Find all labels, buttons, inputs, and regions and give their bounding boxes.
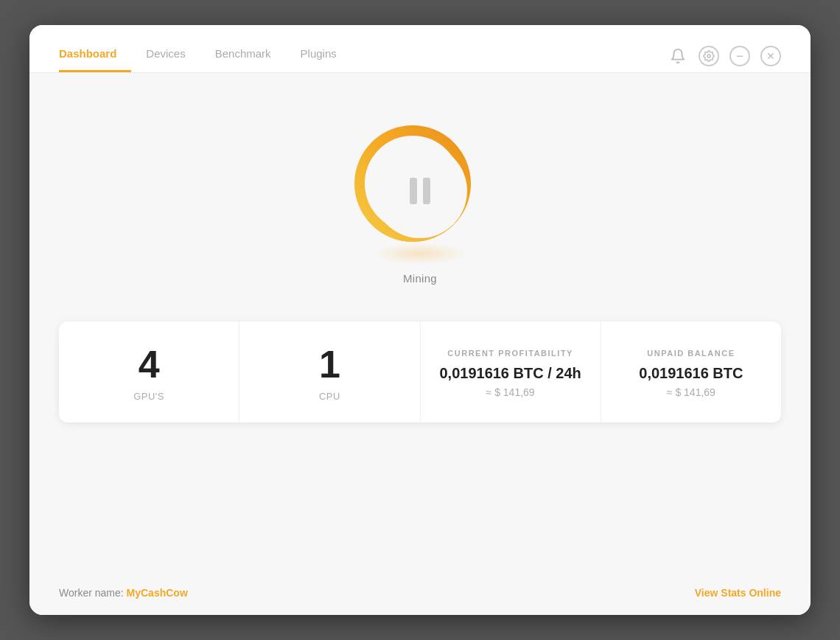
minimize-icon[interactable]: − xyxy=(729,46,750,66)
balance-btc-value: 0,0191616 BTC xyxy=(639,365,743,382)
tab-benchmark[interactable]: Benchmark xyxy=(200,40,286,72)
cpu-label: CPU xyxy=(319,391,340,402)
worker-label: Worker name: MyCashCow xyxy=(59,587,188,599)
gpus-number: 4 xyxy=(139,345,160,383)
stat-card-profitability: CURRENT PROFITABILITY 0,0191616 BTC / 24… xyxy=(421,321,601,422)
mining-glow xyxy=(372,243,468,265)
balance-section-label: UNPAID BALANCE xyxy=(647,349,735,358)
mining-section: Mining xyxy=(354,125,486,285)
worker-prefix: Worker name: xyxy=(59,587,127,599)
pause-icon xyxy=(410,178,430,204)
stat-card-gpus: 4 GPU'S xyxy=(59,321,239,422)
settings-icon[interactable] xyxy=(699,46,719,66)
balance-usd-value: ≈ $ 141,69 xyxy=(667,386,715,398)
svg-point-0 xyxy=(707,55,710,58)
pause-button[interactable] xyxy=(373,144,467,238)
header-icons: − ✕ xyxy=(668,46,781,66)
cpu-number: 1 xyxy=(319,345,340,383)
view-stats-link[interactable]: View Stats Online xyxy=(695,587,781,599)
mining-status-label: Mining xyxy=(403,272,437,285)
header: Dashboard Devices Benchmark Plugins − ✕ xyxy=(29,25,811,73)
close-icon[interactable]: ✕ xyxy=(760,46,781,66)
footer: Worker name: MyCashCow View Stats Online xyxy=(29,571,811,615)
profitability-usd-value: ≈ $ 141,69 xyxy=(486,386,535,398)
gpus-label: GPU'S xyxy=(133,391,164,402)
pause-bar-right xyxy=(423,178,430,204)
stat-card-balance: UNPAID BALANCE 0,0191616 BTC ≈ $ 141,69 xyxy=(601,321,781,422)
tab-plugins[interactable]: Plugins xyxy=(286,40,351,72)
app-window: Dashboard Devices Benchmark Plugins − ✕ xyxy=(29,25,811,615)
tab-dashboard[interactable]: Dashboard xyxy=(59,40,131,72)
profitability-section-label: CURRENT PROFITABILITY xyxy=(447,349,573,358)
main-content: Mining 4 GPU'S 1 CPU CURRENT PROFITABILI… xyxy=(29,73,811,571)
pause-bar-left xyxy=(410,178,417,204)
worker-name: MyCashCow xyxy=(127,587,188,599)
profitability-btc-value: 0,0191616 BTC / 24h xyxy=(439,365,581,382)
tab-devices[interactable]: Devices xyxy=(131,40,200,72)
stats-row: 4 GPU'S 1 CPU CURRENT PROFITABILITY 0,01… xyxy=(59,321,781,422)
stat-card-cpu: 1 CPU xyxy=(239,321,420,422)
mining-button-wrapper xyxy=(354,125,486,257)
notifications-icon[interactable] xyxy=(668,46,688,66)
nav-tabs: Dashboard Devices Benchmark Plugins xyxy=(59,40,351,72)
